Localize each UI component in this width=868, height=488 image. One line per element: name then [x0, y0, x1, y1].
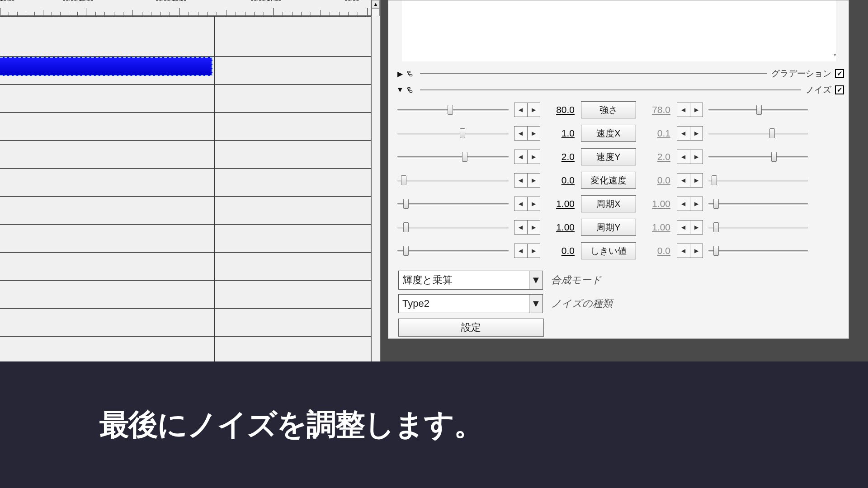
chevron-right-icon[interactable]: ▶	[690, 221, 703, 234]
param-right-value[interactable]: 1.00	[641, 222, 672, 233]
param-stepper-left[interactable]: ◀▶	[514, 103, 540, 117]
param-slider-right[interactable]	[708, 105, 809, 115]
param-stepper-left[interactable]: ◀▶	[514, 197, 540, 211]
param-stepper-left[interactable]: ◀▶	[514, 220, 540, 235]
param-name-button[interactable]: 強さ	[581, 101, 636, 118]
ruler-ticks[interactable]	[0, 4, 371, 16]
chevron-down-icon[interactable]: ▾	[834, 52, 836, 58]
noise-section-header[interactable]: ▼ ノイズ	[396, 84, 844, 96]
param-right-value[interactable]: 2.0	[641, 151, 672, 162]
noise-type-combo[interactable]: Type2 ▼	[398, 294, 543, 313]
timeline-track[interactable]	[0, 309, 371, 337]
param-right-value[interactable]: 1.00	[641, 198, 672, 209]
chevron-left-icon[interactable]: ◀	[677, 127, 690, 140]
param-right-value[interactable]: 0.0	[641, 245, 672, 256]
param-right-value[interactable]: 0.1	[641, 128, 672, 139]
timeline-track[interactable]	[0, 169, 371, 197]
chevron-right-icon[interactable]: ▶	[528, 150, 540, 164]
chevron-left-icon[interactable]: ◀	[514, 244, 528, 258]
scroll-up-arrow-icon[interactable]: ▲	[372, 0, 380, 8]
param-stepper-left[interactable]: ◀▶	[514, 126, 540, 141]
param-slider-left[interactable]	[396, 246, 509, 256]
param-left-value[interactable]: 1.00	[545, 222, 576, 233]
param-stepper-right[interactable]: ◀▶	[677, 197, 703, 211]
param-name-button[interactable]: 周期Y	[581, 219, 636, 236]
chevron-down-icon[interactable]: ▼	[529, 295, 542, 313]
chevron-left-icon[interactable]: ◀	[677, 221, 690, 234]
param-right-value[interactable]: 78.0	[641, 104, 672, 115]
anchor-icon[interactable]	[406, 85, 415, 95]
param-left-value[interactable]: 2.0	[545, 151, 576, 162]
collapse-down-icon[interactable]: ▼	[396, 86, 405, 94]
param-stepper-left[interactable]: ◀▶	[514, 150, 540, 164]
chevron-left-icon[interactable]: ◀	[677, 103, 690, 117]
param-left-value[interactable]: 0.0	[545, 245, 576, 256]
param-left-value[interactable]: 1.0	[545, 128, 576, 139]
chevron-left-icon[interactable]: ◀	[677, 150, 690, 164]
param-stepper-right[interactable]: ◀▶	[677, 173, 703, 188]
gradient-enable-checkbox[interactable]	[835, 69, 844, 78]
blend-mode-combo[interactable]: 輝度と乗算 ▼	[398, 271, 543, 290]
chevron-left-icon[interactable]: ◀	[514, 103, 528, 117]
param-slider-left[interactable]	[396, 128, 509, 138]
chevron-left-icon[interactable]: ◀	[514, 197, 528, 211]
chevron-right-icon[interactable]: ▶	[528, 127, 540, 140]
timeline-vertical-scrollbar[interactable]: ▲	[371, 0, 381, 361]
param-name-button[interactable]: しきい値	[581, 242, 636, 259]
param-stepper-left[interactable]: ◀▶	[514, 173, 540, 188]
param-stepper-left[interactable]: ◀▶	[514, 244, 540, 258]
param-left-value[interactable]: 0.0	[545, 175, 576, 186]
param-name-button[interactable]: 速度X	[581, 125, 636, 142]
timeline-track[interactable]	[0, 141, 371, 169]
timeline-track[interactable]	[0, 16, 371, 57]
param-left-value[interactable]: 80.0	[545, 104, 576, 115]
chevron-right-icon[interactable]: ▶	[528, 174, 540, 187]
chevron-right-icon[interactable]: ▶	[690, 174, 703, 187]
collapse-right-icon[interactable]: ▶	[396, 70, 405, 78]
noise-enable-checkbox[interactable]	[835, 85, 844, 94]
chevron-left-icon[interactable]: ◀	[514, 221, 528, 234]
param-slider-left[interactable]	[396, 105, 509, 115]
param-slider-right[interactable]	[708, 128, 809, 138]
chevron-left-icon[interactable]: ◀	[514, 174, 528, 187]
settings-button[interactable]: 設定	[398, 319, 544, 337]
chevron-left-icon[interactable]: ◀	[677, 244, 690, 258]
param-name-button[interactable]: 速度Y	[581, 148, 636, 165]
scroll-rail[interactable]	[372, 8, 380, 16]
param-slider-right[interactable]	[708, 222, 809, 232]
timeline-playhead[interactable]	[214, 16, 215, 364]
chevron-right-icon[interactable]: ▶	[528, 103, 540, 117]
param-name-button[interactable]: 変化速度	[581, 172, 636, 189]
param-stepper-right[interactable]: ◀▶	[677, 244, 703, 258]
param-stepper-right[interactable]: ◀▶	[677, 126, 703, 141]
param-slider-right[interactable]	[708, 175, 809, 185]
param-slider-right[interactable]	[708, 199, 809, 209]
chevron-right-icon[interactable]: ▶	[528, 221, 540, 234]
chevron-left-icon[interactable]: ◀	[677, 197, 690, 211]
param-stepper-right[interactable]: ◀▶	[677, 150, 703, 164]
param-left-value[interactable]: 1.00	[545, 198, 576, 209]
timeline-track[interactable]	[0, 197, 371, 225]
timeline-track[interactable]	[0, 225, 371, 253]
param-slider-left[interactable]	[396, 199, 509, 209]
anchor-icon[interactable]	[406, 69, 415, 79]
chevron-right-icon[interactable]: ▶	[690, 150, 703, 164]
param-slider-right[interactable]	[708, 152, 809, 162]
param-right-value[interactable]: 0.0	[641, 175, 672, 186]
chevron-right-icon[interactable]: ▶	[690, 197, 703, 211]
param-slider-left[interactable]	[396, 222, 509, 232]
chevron-down-icon[interactable]: ▼	[529, 271, 542, 289]
param-stepper-right[interactable]: ◀▶	[677, 103, 703, 117]
chevron-right-icon[interactable]: ▶	[528, 197, 540, 211]
param-name-button[interactable]: 周期X	[581, 195, 636, 212]
timeline-track[interactable]	[0, 85, 371, 113]
chevron-left-icon[interactable]: ◀	[514, 150, 528, 164]
param-stepper-right[interactable]: ◀▶	[677, 220, 703, 235]
param-slider-right[interactable]	[708, 246, 809, 256]
timeline-track[interactable]	[0, 113, 371, 141]
timeline-track[interactable]	[0, 281, 371, 309]
timeline-clip-selected[interactable]	[0, 57, 212, 76]
chevron-right-icon[interactable]: ▶	[690, 127, 703, 140]
timeline-track[interactable]	[0, 253, 371, 281]
chevron-right-icon[interactable]: ▶	[528, 244, 540, 258]
